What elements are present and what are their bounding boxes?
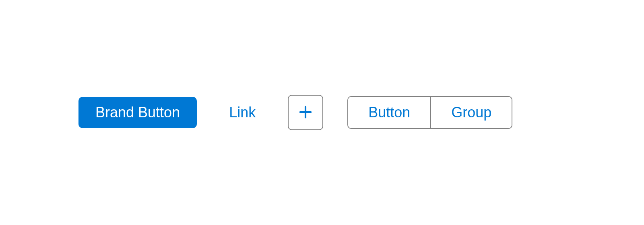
plus-icon [297, 104, 314, 121]
link-button[interactable]: Link [221, 97, 264, 128]
link-button-label: Link [229, 104, 256, 121]
button-group-item-2-label: Group [451, 104, 491, 121]
button-group-item-1-label: Button [368, 104, 410, 121]
button-row: Brand Button Link Button Group [78, 95, 512, 130]
brand-button[interactable]: Brand Button [78, 97, 197, 128]
icon-button[interactable] [288, 95, 323, 130]
button-group-item-2[interactable]: Group [431, 97, 512, 128]
button-group: Button Group [347, 96, 512, 129]
button-group-item-1[interactable]: Button [348, 97, 431, 128]
brand-button-label: Brand Button [95, 104, 180, 121]
